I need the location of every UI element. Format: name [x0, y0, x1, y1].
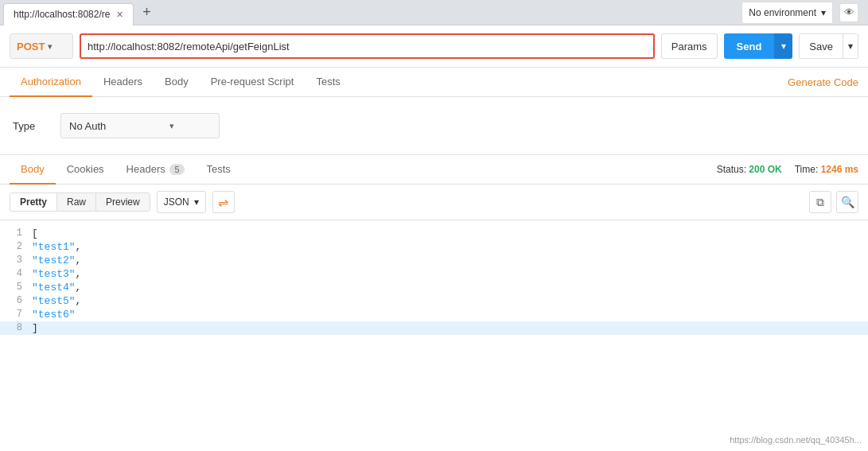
params-button[interactable]: Params	[661, 33, 718, 59]
save-button-group: Save ▾	[799, 33, 858, 59]
save-button[interactable]: Save	[799, 33, 843, 59]
status-value: 200 OK	[749, 164, 781, 175]
wrap-button[interactable]: ⇌	[212, 191, 235, 213]
browser-tab-bar: http://localhost:8082/re × + No environm…	[0, 0, 868, 25]
code-line: 4 "test3",	[0, 267, 868, 281]
line-content: "test2",	[32, 255, 868, 266]
body-view-group: Pretty Raw Preview	[10, 192, 150, 212]
view-raw-button[interactable]: Raw	[57, 193, 96, 211]
code-line: 2 "test1",	[0, 240, 868, 254]
tab-tests[interactable]: Tests	[305, 68, 351, 97]
view-preview-button[interactable]: Preview	[96, 193, 150, 211]
tab-body[interactable]: Body	[154, 68, 200, 97]
time-value: 1246 ms	[821, 164, 858, 175]
tab-url-text: http://localhost:8082/re	[14, 9, 110, 20]
code-line: 8]	[0, 321, 868, 335]
tab-authorization[interactable]: Authorization	[10, 68, 92, 97]
resp-tab-body[interactable]: Body	[10, 155, 56, 185]
line-content: "test6"	[32, 309, 868, 321]
search-icon: 🔍	[841, 196, 854, 208]
code-line: 3 "test2",	[0, 254, 868, 267]
new-tab-button[interactable]: +	[137, 2, 158, 23]
send-button-group: Send ▾	[724, 33, 793, 59]
code-line: 1[	[0, 227, 868, 240]
line-number: 3	[0, 255, 32, 266]
eye-icon[interactable]: 👁	[839, 3, 858, 22]
status-label: Status: 200 OK	[717, 164, 782, 175]
generate-code-link[interactable]: Generate Code	[788, 76, 858, 88]
url-input[interactable]	[81, 41, 653, 52]
auth-type-dropdown[interactable]: No Auth ▾	[60, 113, 220, 138]
line-content: "test5",	[32, 295, 868, 307]
auth-type-label: Type	[13, 120, 45, 132]
environment-selector[interactable]: No environment ▾	[741, 2, 833, 24]
copy-icon: ⧉	[816, 196, 824, 209]
request-bar: POST ▾ Params Send ▾ Save ▾	[0, 25, 868, 68]
env-chevron-icon: ▾	[821, 7, 826, 18]
tab-pre-request[interactable]: Pre-request Script	[200, 68, 306, 97]
code-line: 7 "test6"	[0, 308, 868, 321]
line-number: 1	[0, 227, 32, 239]
view-pretty-button[interactable]: Pretty	[10, 193, 57, 211]
search-button[interactable]: 🔍	[836, 191, 858, 213]
auth-type-value: No Auth	[69, 120, 106, 132]
line-number: 8	[0, 322, 32, 333]
response-tabs: Body Cookies Headers 5 Tests Status: 200…	[0, 155, 868, 185]
line-content: [	[32, 227, 868, 239]
code-area: 1[2 "test1",3 "test2",4 "test3",5 "test4…	[0, 220, 868, 364]
browser-actions: No environment ▾ 👁	[741, 2, 868, 24]
auth-dropdown-arrow-icon: ▾	[169, 121, 174, 131]
time-label: Time: 1246 ms	[795, 164, 858, 175]
line-number: 6	[0, 295, 32, 306]
line-number: 5	[0, 282, 32, 293]
code-line: 5 "test4",	[0, 281, 868, 294]
code-line: 6 "test5",	[0, 294, 868, 308]
format-chevron-icon: ▾	[194, 196, 199, 208]
response-actions: ⧉ 🔍	[809, 191, 858, 213]
line-number: 4	[0, 268, 32, 279]
resp-tab-headers[interactable]: Headers 5	[115, 155, 196, 185]
headers-badge: 5	[169, 164, 184, 175]
url-input-wrap	[80, 33, 655, 59]
method-text: POST	[17, 41, 45, 52]
browser-tab[interactable]: http://localhost:8082/re ×	[3, 3, 134, 25]
no-env-label: No environment	[749, 7, 816, 18]
save-dropdown-button[interactable]: ▾	[843, 33, 858, 59]
copy-button[interactable]: ⧉	[809, 191, 831, 213]
response-status: Status: 200 OK Time: 1246 ms	[717, 164, 858, 175]
line-content: "test1",	[32, 241, 868, 253]
line-content: "test4",	[32, 282, 868, 294]
format-selector[interactable]: JSON ▾	[157, 191, 206, 213]
send-dropdown-button[interactable]: ▾	[774, 33, 792, 59]
auth-section: Type No Auth ▾	[0, 97, 868, 155]
format-label: JSON	[164, 196, 189, 208]
response-body-bar: Pretty Raw Preview JSON ▾ ⇌ ⧉ 🔍	[0, 185, 868, 220]
line-content: ]	[32, 322, 868, 334]
request-tabs: Authorization Headers Body Pre-request S…	[0, 68, 868, 97]
line-content: "test3",	[32, 268, 868, 280]
auth-row: Type No Auth ▾	[13, 113, 855, 138]
method-arrow-icon: ▾	[48, 42, 52, 51]
line-number: 2	[0, 241, 32, 252]
tab-headers[interactable]: Headers	[92, 68, 154, 97]
method-selector[interactable]: POST ▾	[10, 33, 73, 59]
tab-close-icon[interactable]: ×	[116, 8, 123, 21]
line-number: 7	[0, 309, 32, 320]
resp-tab-tests[interactable]: Tests	[196, 155, 242, 185]
send-button[interactable]: Send	[724, 33, 775, 59]
resp-tab-cookies[interactable]: Cookies	[56, 155, 115, 185]
